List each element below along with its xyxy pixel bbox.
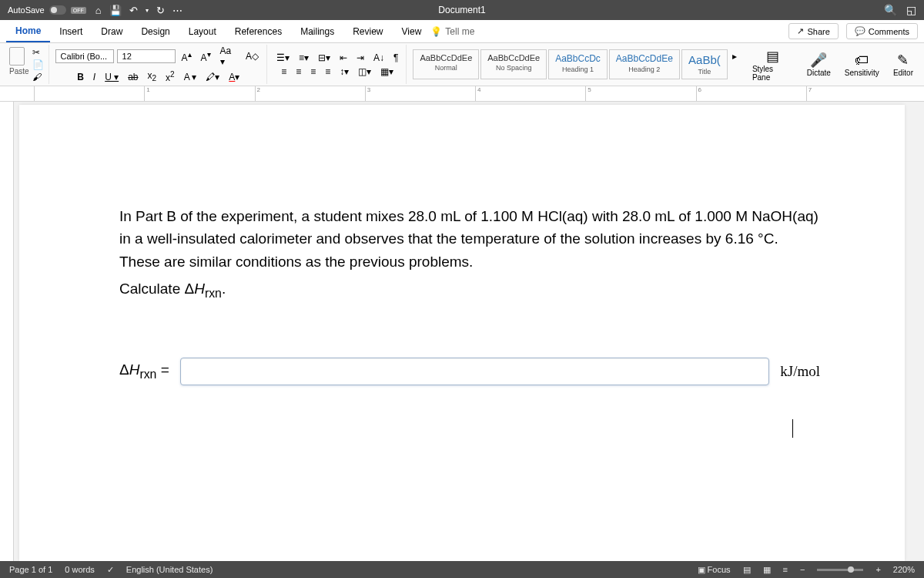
sensitivity-icon: 🏷 [855,52,869,69]
autosave-toggle[interactable] [49,5,66,15]
font-name-select[interactable]: Calibri (Bo... [55,49,114,63]
dictate-button[interactable]: 🎤 Dictate [801,50,837,79]
bold-button[interactable]: B [74,70,87,84]
sort-icon[interactable]: A↓ [370,51,387,65]
undo-dropdown-icon[interactable]: ▾ [146,7,149,14]
ribbon-options-icon[interactable]: ◱ [906,4,916,16]
numbering-icon[interactable]: ≡▾ [296,51,312,65]
multilevel-icon[interactable]: ⊟▾ [315,51,333,65]
zoom-out-icon[interactable]: − [800,565,805,574]
line-spacing-icon[interactable]: ↕▾ [336,65,352,79]
tab-mailings[interactable]: Mailings [291,22,343,42]
cut-icon[interactable]: ✂ [32,47,44,58]
share-label: Share [807,27,829,36]
word-count[interactable]: 0 words [65,565,95,574]
undo-icon[interactable]: ↶ [129,5,138,16]
paragraph-2[interactable]: Calculate ΔHrxn. [119,277,820,303]
increase-font-icon[interactable]: A▴ [179,49,195,65]
document-page[interactable]: In Part B of the experiment, a student m… [19,105,905,561]
decrease-indent-icon[interactable]: ⇤ [336,51,350,65]
tab-insert[interactable]: Insert [50,22,92,42]
underline-button[interactable]: U ▾ [102,70,122,84]
tab-review[interactable]: Review [343,22,392,42]
paragraph-marks-icon[interactable]: ¶ [390,51,401,65]
comments-label: Comments [869,27,909,36]
font-size-select[interactable]: 12 [117,49,176,63]
style-heading-2[interactable]: AaBbCcDdEe Heading 2 [609,49,680,79]
style-normal[interactable]: AaBbCcDdEe Normal [413,49,479,79]
superscript-button[interactable]: x2 [162,69,178,85]
editor-icon: ✎ [897,52,909,69]
share-button[interactable]: ↗ Share [788,23,838,39]
save-icon[interactable]: 💾 [109,5,122,16]
spellcheck-icon[interactable]: ✓ [107,565,114,575]
change-case-icon[interactable]: Aa ▾ [217,44,239,69]
paste-label: Paste [9,67,29,76]
zoom-level[interactable]: 220% [893,565,915,574]
autosave-label: AutoSave [8,5,45,15]
home-icon[interactable]: ⌂ [95,5,102,16]
shading-icon[interactable]: ◫▾ [355,65,374,79]
align-left-icon[interactable]: ≡ [278,65,290,79]
zoom-slider[interactable] [817,569,863,571]
align-right-icon[interactable]: ≡ [307,65,319,79]
styles-more-icon[interactable]: ▸ [729,49,740,79]
highlight-icon[interactable]: 🖍▾ [203,70,223,84]
more-icon[interactable]: ⋯ [172,5,182,16]
redo-icon[interactable]: ↻ [156,5,165,16]
style-no-spacing[interactable]: AaBbCcDdEe No Spacing [480,49,547,79]
font-color-icon[interactable]: A▾ [226,70,243,84]
tab-draw[interactable]: Draw [92,22,132,42]
tab-references[interactable]: References [226,22,291,42]
comment-icon: 💬 [855,26,865,36]
subscript-button[interactable]: x2 [145,69,160,84]
editor-button[interactable]: ✎ Editor [887,50,919,79]
focus-mode[interactable]: ▣ Focus [698,565,731,575]
text-effects-icon[interactable]: A ▾ [181,70,200,84]
increase-indent-icon[interactable]: ⇥ [353,51,367,65]
clear-format-icon[interactable]: A◇ [243,49,262,63]
vertical-ruler[interactable] [0,102,14,561]
tab-home[interactable]: Home [6,21,50,42]
sensitivity-button[interactable]: 🏷 Sensitivity [839,51,886,79]
text-cursor [792,419,793,438]
horizontal-ruler[interactable]: 1 2 3 4 5 6 7 [0,86,924,102]
mic-icon: 🎤 [810,52,827,69]
view-outline-icon[interactable]: ≡ [783,565,788,574]
zoom-in-icon[interactable]: + [875,565,880,574]
justify-icon[interactable]: ≡ [322,65,333,79]
style-heading-1[interactable]: AaBbCcDc Heading 1 [548,49,608,79]
comments-button[interactable]: 💬 Comments [846,23,918,39]
decrease-font-icon[interactable]: A▾ [198,49,214,65]
view-web-icon[interactable]: ▦ [763,565,771,575]
tab-view[interactable]: View [393,22,431,42]
share-icon: ↗ [797,26,804,36]
answer-unit: kJ/mol [780,363,820,380]
answer-label: ΔHrxn = [119,361,169,381]
paste-icon[interactable] [9,47,25,66]
copy-icon[interactable]: 📄 [32,59,44,70]
page-indicator[interactable]: Page 1 of 1 [9,565,52,574]
search-icon[interactable]: 🔍 [884,4,897,16]
tell-me[interactable]: 💡 Tell me [430,26,474,37]
view-print-icon[interactable]: ▤ [743,565,751,575]
answer-input[interactable] [180,358,769,385]
bullets-icon[interactable]: ☰▾ [273,51,293,65]
tab-layout[interactable]: Layout [179,22,226,42]
bulb-icon: 💡 [430,26,442,37]
format-painter-icon[interactable]: 🖌 [32,72,44,82]
autosave-state: OFF [71,7,86,14]
borders-icon[interactable]: ▦▾ [377,65,397,79]
styles-pane-icon: ▤ [766,48,779,65]
italic-button[interactable]: I [90,70,99,84]
tell-me-label: Tell me [445,26,474,37]
tab-design[interactable]: Design [132,22,179,42]
styles-pane-button[interactable]: ▤ Styles Pane [746,46,799,83]
style-title[interactable]: AaBb( Title [681,49,728,79]
align-center-icon[interactable]: ≡ [293,65,304,79]
paragraph-1[interactable]: In Part B of the experiment, a student m… [119,205,820,273]
document-title: Document1 [438,5,485,15]
strikethrough-button[interactable]: ab [125,70,141,84]
language-indicator[interactable]: English (United States) [126,565,213,574]
